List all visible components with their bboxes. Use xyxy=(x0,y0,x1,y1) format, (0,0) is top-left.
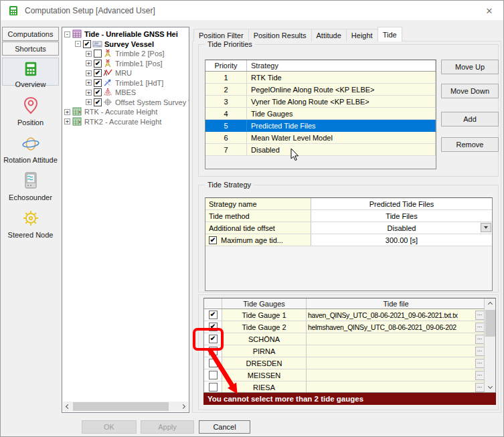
priority-cell: 3 xyxy=(205,96,247,107)
cancel-button[interactable]: Cancel xyxy=(199,420,250,434)
expand-icon[interactable]: + xyxy=(86,51,92,57)
expand-icon[interactable]: + xyxy=(64,118,70,124)
tree-item[interactable]: +✔MBES xyxy=(62,88,189,98)
move-down-button[interactable]: Move Down xyxy=(441,84,499,98)
priority-row[interactable]: 2PegelOnline Along Route <KP ELBE> xyxy=(205,84,436,96)
strategy-name-value[interactable]: Predicted Tide Files xyxy=(311,198,492,209)
gauge-checkbox[interactable]: ✔ xyxy=(209,311,218,319)
tab-position-filter[interactable]: Position Filter xyxy=(193,29,249,41)
expand-icon[interactable]: + xyxy=(64,109,70,115)
tree-item-label: MBES xyxy=(115,88,136,96)
gauge-row[interactable]: RIESA... xyxy=(204,381,495,393)
close-icon[interactable]: ✕ xyxy=(483,5,496,17)
sidebar-item-echosounder[interactable]: Echosounder xyxy=(2,169,59,201)
sidebar-item-steered-node[interactable]: Steered Node xyxy=(2,206,59,238)
browse-button[interactable]: ... xyxy=(475,311,485,320)
dropdown-button[interactable] xyxy=(481,223,491,232)
browse-button[interactable]: ... xyxy=(475,323,485,332)
tree-item[interactable]: +✔MRU xyxy=(62,68,189,78)
tree-checkbox[interactable]: ✔ xyxy=(83,40,91,48)
gauge-checkbox[interactable] xyxy=(209,371,218,379)
priority-row[interactable]: 7Disabled xyxy=(205,144,436,156)
tab-height[interactable]: Height xyxy=(346,29,378,41)
add-button[interactable]: Add xyxy=(441,112,499,126)
scrollbar-thumb[interactable] xyxy=(485,310,495,337)
gauge-checkbox[interactable] xyxy=(209,347,218,355)
sidebar-item-overview[interactable]: Overview xyxy=(2,58,59,86)
gauge-row[interactable]: ✔SCHÖNA... xyxy=(204,333,495,345)
apply-button[interactable]: Apply xyxy=(141,420,194,434)
shortcuts-button[interactable]: Shortcuts xyxy=(2,41,59,56)
gauge-name-cell: MEISSEN xyxy=(222,369,307,381)
gauges-vertical-scrollbar[interactable] xyxy=(484,298,495,392)
tree-item[interactable]: -✔Survey Vessel xyxy=(62,39,189,50)
gauge-checkbox[interactable] xyxy=(209,359,218,367)
browse-button[interactable]: ... xyxy=(475,335,485,344)
additional-tide-offset-select[interactable]: Disabled xyxy=(311,222,492,234)
expand-icon[interactable]: + xyxy=(86,99,92,105)
priority-row[interactable]: 1RTK Tide xyxy=(205,72,436,84)
sidebar-item-rotation-attitude[interactable]: Rotation Attitude xyxy=(2,133,59,163)
sidebar-item-position[interactable]: Position xyxy=(2,94,59,124)
tab-attitude[interactable]: Attitude xyxy=(311,29,347,41)
tree-item[interactable]: +✔Trimble1 [HdT] xyxy=(62,78,189,88)
gauge-row[interactable]: MEISSEN... xyxy=(204,369,495,381)
scrollbar-thumb[interactable] xyxy=(73,402,169,411)
expand-icon[interactable]: + xyxy=(86,60,92,66)
tree-item[interactable]: +✔Trimble1 [Pos] xyxy=(62,59,189,69)
browse-button[interactable]: ... xyxy=(475,359,485,368)
tab-position-results[interactable]: Position Results xyxy=(248,29,312,41)
tide-method-value[interactable]: Tide Files xyxy=(311,210,492,222)
priority-row[interactable]: 3Vyner Tide Along Route <KP ELBE> xyxy=(205,96,436,108)
gauge-name-cell: SCHÖNA xyxy=(222,333,307,345)
priority-row[interactable]: 4Tide Gauges xyxy=(205,108,436,120)
scroll-right-icon[interactable] xyxy=(178,402,188,412)
browse-button[interactable]: ... xyxy=(475,371,485,380)
priority-cell: 6 xyxy=(205,132,247,143)
strategy-row: Additional tide offset Disabled xyxy=(205,222,492,234)
tree-horizontal-scrollbar[interactable] xyxy=(63,402,188,412)
tree-item[interactable]: -Tide - Unreliable GNSS Hei xyxy=(62,29,189,39)
gauge-row[interactable]: ✔Tide Gauge 2helmshaven_QINSy_UTC_08-06-… xyxy=(204,321,495,333)
gauge-checkbox[interactable]: ✔ xyxy=(209,335,218,343)
additional-tide-offset-label: Additional tide offset xyxy=(209,224,275,232)
tab-tide[interactable]: Tide xyxy=(377,27,402,41)
maximum-age-checkbox[interactable]: ✔ xyxy=(209,236,217,244)
collapse-icon[interactable]: - xyxy=(75,41,81,47)
tree-checkbox[interactable] xyxy=(94,50,102,58)
ok-button[interactable]: OK xyxy=(82,420,137,434)
computations-button[interactable]: Computations xyxy=(2,27,59,41)
priority-row[interactable]: 6Mean Water Level Model xyxy=(205,132,436,144)
expand-icon[interactable]: + xyxy=(86,70,92,76)
expand-icon[interactable]: + xyxy=(86,80,92,86)
collapse-icon[interactable]: - xyxy=(64,31,70,37)
gauge-checkbox[interactable]: ✔ xyxy=(209,323,218,331)
scroll-left-icon[interactable] xyxy=(63,402,73,412)
tree-item[interactable]: +✔Offset System Survey V xyxy=(62,98,189,108)
tide-file-cell xyxy=(307,381,474,393)
gauge-row[interactable]: DRESDEN... xyxy=(204,357,495,369)
tree-item[interactable]: +Trimble 2 [Pos] xyxy=(62,49,189,59)
sidebar-item-label: Steered Node xyxy=(8,231,54,239)
tree-checkbox[interactable]: ✔ xyxy=(94,79,102,87)
browse-button[interactable]: ... xyxy=(475,383,485,392)
gauge-checkbox[interactable] xyxy=(209,383,218,391)
tree-checkbox[interactable]: ✔ xyxy=(94,98,102,106)
tree-item[interactable]: +RTK - Accurate Height xyxy=(62,107,189,117)
scroll-down-icon[interactable] xyxy=(485,381,496,392)
browse-button[interactable]: ... xyxy=(475,347,485,356)
tree-checkbox[interactable]: ✔ xyxy=(94,88,102,96)
gauge-row[interactable]: PIRNA... xyxy=(204,345,495,357)
gauge-row[interactable]: ✔Tide Gauge 1haven_QINSy_UTC_08-06-2021_… xyxy=(204,309,495,321)
move-up-button[interactable]: Move Up xyxy=(441,60,499,74)
tree-checkbox[interactable]: ✔ xyxy=(94,60,102,68)
tree-item[interactable]: +RTK2 - Accurate Height xyxy=(62,117,189,127)
expand-icon[interactable]: + xyxy=(86,90,92,96)
scroll-up-icon[interactable] xyxy=(485,298,496,310)
computation-tree: -Tide - Unreliable GNSS Hei-✔Survey Vess… xyxy=(62,27,189,413)
remove-button[interactable]: Remove xyxy=(441,137,499,152)
priority-row[interactable]: 5Predicted Tide Files xyxy=(205,120,436,132)
sidebar-item-label: Position xyxy=(17,118,44,126)
maximum-age-value[interactable]: 300.00 [s] xyxy=(311,234,492,246)
tree-checkbox[interactable]: ✔ xyxy=(94,69,102,77)
